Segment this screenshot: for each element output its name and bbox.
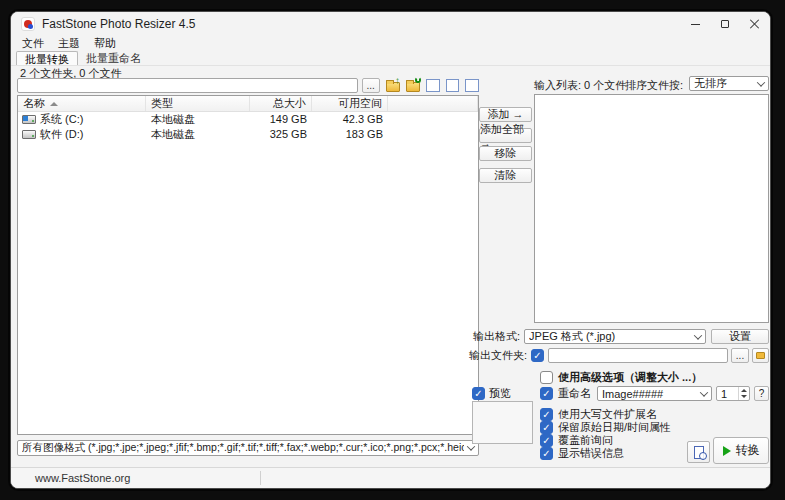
open-output-folder-button[interactable] [752, 348, 769, 363]
advanced-options-label: 使用高级选项（调整大小 ...） [558, 370, 702, 385]
list-view-icon[interactable] [446, 79, 460, 92]
app-window: FastStone Photo Resizer 4.5 文件 主题 帮助 批量转… [10, 11, 771, 489]
add-all-button[interactable]: 添加全部 → [479, 128, 532, 143]
drive-total-size: 149 GB [250, 112, 312, 127]
triangle-up-icon [741, 389, 747, 392]
output-folder-row: 输出文件夹: ... [469, 348, 769, 363]
folder-icon [756, 352, 765, 359]
browse-output-folder-button[interactable]: ... [731, 348, 749, 363]
option-show-errors: 显示错误信息 [540, 446, 624, 461]
address-row: ... ↑ [17, 78, 479, 93]
browse-path-button[interactable]: ... [362, 78, 380, 93]
menu-file[interactable]: 文件 [15, 36, 51, 51]
advanced-options-row: 使用高级选项（调整大小 ...） [540, 370, 702, 385]
column-header-type[interactable]: 类型 [146, 96, 250, 111]
address-input[interactable] [17, 78, 358, 93]
rename-row: 重命名 Image##### 1 ? [540, 386, 769, 401]
output-folder-label: 输出文件夹: [469, 348, 527, 363]
tabbar: 批量转换 批量重命名 [11, 51, 770, 66]
output-format-row: 输出格式: JPEG 格式 (*.jpg) 设置 [473, 329, 769, 344]
drive-free-space: 42.3 GB [312, 112, 388, 127]
column-header-filler [388, 96, 478, 111]
output-folder-input[interactable] [548, 348, 728, 363]
preview-report-button[interactable] [687, 441, 710, 463]
column-header-total-size[interactable]: 总大小 [250, 96, 312, 111]
output-format-dropdown[interactable]: JPEG 格式 (*.jpg) [524, 329, 706, 344]
convert-button[interactable]: 转换 [713, 437, 769, 464]
preview-checkbox[interactable] [472, 387, 485, 400]
add-button[interactable]: 添加 → [479, 107, 532, 122]
triangle-down-icon [741, 395, 747, 398]
website-link[interactable]: www.FastStone.org [11, 472, 130, 484]
drive-type: 本地磁盘 [146, 112, 250, 127]
preview-toggle-row: 预览 [472, 386, 511, 401]
details-view-icon[interactable] [426, 79, 440, 92]
rename-help-button[interactable]: ? [754, 386, 769, 401]
stepper-down-button[interactable] [739, 394, 749, 401]
play-icon [723, 446, 731, 456]
chevron-down-icon [700, 388, 708, 396]
input-file-list[interactable] [534, 94, 769, 323]
folder-up-icon[interactable]: ↑ [386, 79, 400, 92]
menu-theme[interactable]: 主题 [51, 36, 87, 51]
sort-by-label: 排序文件按: [625, 78, 683, 93]
document-magnifier-icon [694, 446, 704, 459]
chevron-down-icon [757, 78, 765, 86]
data-drive-icon [22, 130, 36, 139]
image-format-filter-dropdown[interactable]: 所有图像格式 (*.jpg;*.jpe;*.jpeg;*.jfif;*.bmp;… [17, 440, 479, 456]
rename-pattern-dropdown[interactable]: Image##### [597, 386, 712, 401]
app-logo-icon [21, 17, 35, 31]
close-button[interactable] [740, 12, 770, 36]
tab-batch-rename[interactable]: 批量重命名 [78, 51, 149, 65]
file-list-header: 名称 类型 总大小 可用空间 [18, 96, 478, 112]
drive-name: 系统 (C:) [40, 112, 83, 127]
input-list-label: 输入列表: 0 个文件 [534, 78, 626, 93]
statusbar: www.FastStone.org [11, 467, 770, 488]
statusbar-divider [260, 471, 261, 485]
chevron-down-icon [694, 331, 702, 339]
maximize-button[interactable] [710, 12, 740, 36]
system-drive-icon [22, 115, 36, 124]
table-row[interactable]: 系统 (C:) 本地磁盘 149 GB 42.3 GB [18, 112, 478, 127]
rename-start-value: 1 [717, 388, 738, 400]
thumbnails-view-icon[interactable] [465, 79, 479, 92]
advanced-options-checkbox[interactable] [540, 371, 553, 384]
titlebar: FastStone Photo Resizer 4.5 [11, 12, 770, 36]
drive-type: 本地磁盘 [146, 127, 250, 142]
minimize-icon [691, 24, 700, 25]
tab-batch-convert[interactable]: 批量转换 [16, 51, 78, 65]
column-header-name[interactable]: 名称 [18, 96, 146, 111]
maximize-icon [721, 20, 729, 28]
settings-button[interactable]: 设置 [711, 329, 769, 344]
file-browser-list[interactable]: 名称 类型 总大小 可用空间 系统 (C:) 本地磁盘 149 GB 42.3 … [17, 95, 479, 435]
window-controls [680, 12, 770, 36]
refresh-folder-icon[interactable] [406, 79, 420, 92]
remove-button[interactable]: 移除 [479, 146, 532, 161]
preview-label: 预览 [489, 386, 511, 401]
table-row[interactable]: 软件 (D:) 本地磁盘 325 GB 183 GB [18, 127, 478, 142]
sort-dropdown[interactable]: 无排序 [689, 76, 769, 91]
drive-total-size: 325 GB [250, 127, 312, 142]
close-icon [750, 19, 760, 29]
drive-free-space: 183 GB [312, 127, 388, 142]
clear-button[interactable]: 清除 [479, 168, 532, 183]
minimize-button[interactable] [680, 12, 710, 36]
column-header-free-space[interactable]: 可用空间 [312, 96, 388, 111]
rename-checkbox[interactable] [540, 387, 553, 400]
show-errors-checkbox[interactable] [540, 447, 553, 460]
rename-label: 重命名 [558, 386, 591, 401]
sort-asc-icon [50, 102, 58, 106]
menubar: 文件 主题 帮助 [15, 36, 123, 51]
format-filter-row: 所有图像格式 (*.jpg;*.jpe;*.jpeg;*.jfif;*.bmp;… [17, 440, 479, 456]
rename-start-stepper[interactable]: 1 [716, 386, 750, 401]
window-title: FastStone Photo Resizer 4.5 [42, 17, 195, 31]
drive-name: 软件 (D:) [40, 127, 83, 142]
menu-help[interactable]: 帮助 [87, 36, 123, 51]
output-folder-checkbox[interactable] [531, 349, 544, 362]
output-format-label: 输出格式: [473, 329, 520, 344]
preview-thumbnail-box [472, 401, 533, 444]
